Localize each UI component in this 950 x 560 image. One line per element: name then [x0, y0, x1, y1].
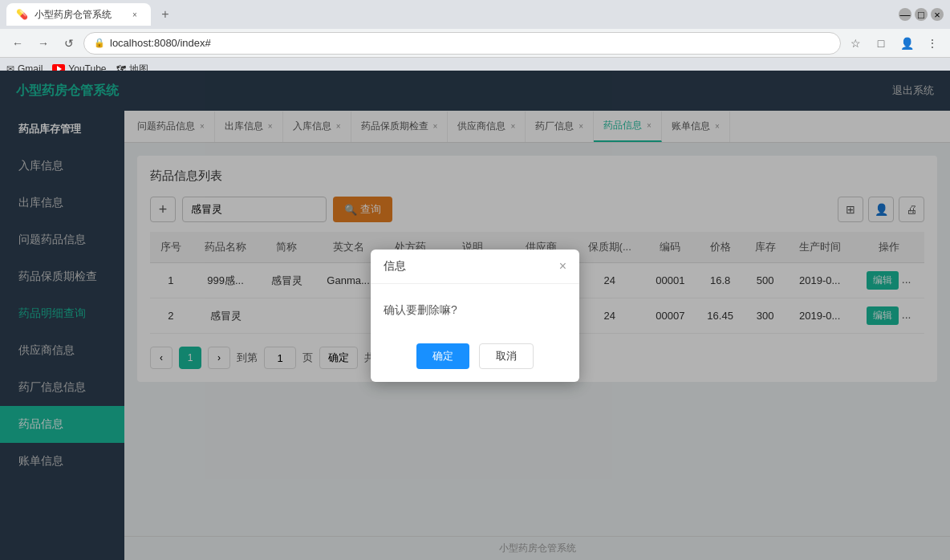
browser-tab-close[interactable]: × [128, 8, 141, 21]
browser-titlebar: 💊 小型药房仓管系统 × + — □ × [0, 0, 950, 29]
back-button[interactable]: ← [6, 32, 29, 55]
browser-tab-title: 小型药房仓管系统 [35, 8, 112, 22]
tab-favicon: 💊 [16, 9, 28, 20]
modal-message: 确认要删除嘛? [384, 303, 457, 316]
browser-controls: ← → ↺ 🔒 localhost:8080/index# ☆ □ 👤 ⋮ [0, 29, 950, 58]
modal-confirm-button[interactable]: 确定 [416, 343, 469, 369]
forward-button[interactable]: → [32, 32, 55, 55]
settings-icon[interactable]: ⋮ [921, 32, 944, 55]
maximize-icon[interactable]: □ [915, 8, 928, 21]
modal-title: 信息 [384, 259, 406, 274]
refresh-button[interactable]: ↺ [58, 32, 80, 55]
modal-cancel-button[interactable]: 取消 [479, 343, 534, 369]
address-bar[interactable]: 🔒 localhost:8080/index# [83, 32, 841, 55]
profile-icon[interactable]: 👤 [895, 32, 918, 55]
modal-header: 信息 × [371, 250, 579, 284]
new-tab-button[interactable]: + [154, 3, 177, 26]
modal-footer: 确定 取消 [371, 334, 579, 382]
modal-close-button[interactable]: × [559, 259, 566, 274]
browser-chrome: 💊 小型药房仓管系统 × + — □ × ← → ↺ 🔒 localhost:8… [0, 0, 950, 71]
bookmark-icon[interactable]: ☆ [844, 32, 867, 55]
modal-box: 信息 × 确认要删除嘛? 确定 取消 [371, 250, 579, 382]
minimize-icon[interactable]: — [899, 8, 911, 21]
close-window-icon[interactable]: × [931, 8, 944, 21]
lock-icon: 🔒 [94, 38, 105, 48]
address-text: localhost:8080/index# [110, 37, 211, 49]
browser-tab[interactable]: 💊 小型药房仓管系统 × [6, 3, 151, 26]
modal-overlay: 信息 × 确认要删除嘛? 确定 取消 [0, 71, 950, 560]
modal-body: 确认要删除嘛? [371, 284, 579, 334]
extensions-icon[interactable]: □ [870, 32, 892, 55]
